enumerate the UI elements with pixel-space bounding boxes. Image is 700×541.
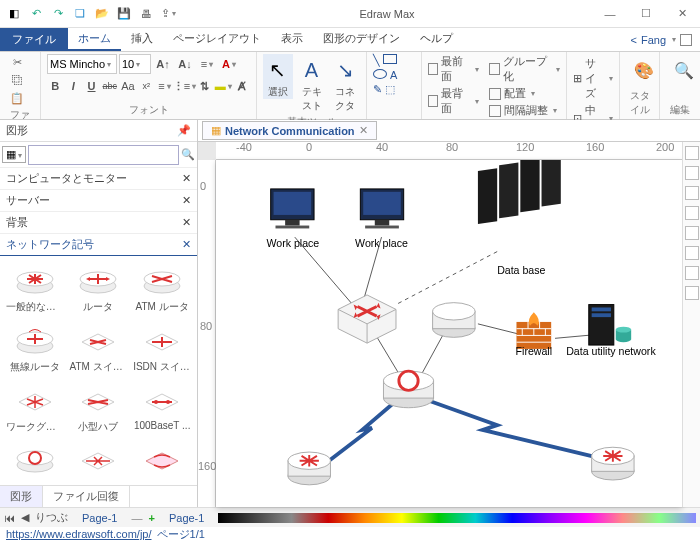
shape-item[interactable]: ATM スイッチ xyxy=(68,320,130,376)
color-palette[interactable] xyxy=(218,513,696,523)
size-button[interactable]: ⊞サイズ▾ xyxy=(573,56,613,101)
align-icon[interactable]: ≡▾ xyxy=(197,55,217,73)
page-tab-1b[interactable]: Page-1 xyxy=(161,512,212,524)
open-icon[interactable]: 📂 xyxy=(92,4,112,24)
font-size-select[interactable]: 10▾ xyxy=(119,54,151,74)
shape-item[interactable]: ISDN スイッチ xyxy=(131,320,193,376)
shape-item[interactable] xyxy=(68,439,130,481)
category-computers[interactable]: コンピュータとモニター✕ xyxy=(0,168,197,190)
vtool-5[interactable] xyxy=(685,226,699,240)
text-tool[interactable]: A テキスト xyxy=(297,54,327,113)
connector-tool[interactable]: ↘ コネクタ xyxy=(330,54,360,113)
group-button[interactable]: グループ化▾ xyxy=(489,54,560,84)
highlight-icon[interactable]: ▬▾ xyxy=(215,77,232,95)
pin-icon[interactable]: 📌 xyxy=(177,124,191,137)
font-name-select[interactable]: MS Mincho▾ xyxy=(47,54,117,74)
strikethrough-button[interactable]: abc xyxy=(102,77,118,95)
file-tab[interactable]: ファイル xyxy=(0,28,68,51)
redo-icon[interactable]: ↷ xyxy=(48,4,68,24)
underline-button[interactable]: U xyxy=(83,77,99,95)
side-tab-recovery[interactable]: ファイル回復 xyxy=(43,486,130,507)
vtool-6[interactable] xyxy=(685,246,699,260)
ellipse-shape-icon[interactable] xyxy=(373,69,387,79)
shape-item[interactable]: ATM ルータ xyxy=(131,260,193,316)
new-icon[interactable]: ❏ xyxy=(70,4,90,24)
search-icon[interactable]: 🔍 xyxy=(181,148,195,161)
side-tab-shapes[interactable]: 図形 xyxy=(0,486,43,507)
vtool-1[interactable] xyxy=(685,146,699,160)
tab-shape-design[interactable]: 図形のデザイン xyxy=(313,28,410,51)
rect-shape-icon[interactable] xyxy=(383,54,397,64)
pencil-shape-icon[interactable]: ✎ xyxy=(373,83,382,96)
page-tab-1a[interactable]: Page-1 xyxy=(74,512,125,524)
shape-item[interactable]: ワークグルー... xyxy=(4,380,66,436)
edit-button[interactable]: 🔍 xyxy=(666,54,700,84)
tab-insert[interactable]: 挿入 xyxy=(121,28,163,51)
save-icon[interactable]: 💾 xyxy=(114,4,134,24)
nav-first-icon[interactable]: ⏮ xyxy=(4,512,15,524)
shape-item[interactable]: 小型ハブ xyxy=(68,380,130,436)
close-icon[interactable]: ✕ xyxy=(182,172,191,185)
category-network[interactable]: ネットワーク記号✕ xyxy=(0,234,197,256)
numbering-icon[interactable]: ⋮≡▾ xyxy=(175,77,195,95)
crop-shape-icon[interactable]: ⬚ xyxy=(385,83,395,96)
category-background[interactable]: 背景✕ xyxy=(0,212,197,234)
tab-page-layout[interactable]: ページレイアウト xyxy=(163,28,271,51)
maximize-button[interactable]: ☐ xyxy=(632,4,660,24)
superscript-button[interactable]: x² xyxy=(138,77,154,95)
close-tab-icon[interactable]: ✕ xyxy=(359,124,368,137)
print-icon[interactable]: 🖶 xyxy=(136,4,156,24)
minimize-button[interactable]: — xyxy=(596,4,624,24)
undo-icon[interactable]: ↶ xyxy=(26,4,46,24)
close-icon[interactable]: ✕ xyxy=(182,238,191,251)
app-icon[interactable]: ◧ xyxy=(4,4,24,24)
font-color-icon[interactable]: A▾ xyxy=(219,55,239,73)
close-icon[interactable]: ✕ xyxy=(182,216,191,229)
close-icon[interactable]: ✕ xyxy=(182,194,191,207)
vtool-4[interactable] xyxy=(685,206,699,220)
style-button[interactable]: 🎨 xyxy=(626,54,662,84)
export-icon[interactable]: ⇪▾ xyxy=(158,4,178,24)
decrease-font-icon[interactable]: A↓ xyxy=(175,55,195,73)
line-shape-icon[interactable]: ╲ xyxy=(373,54,380,67)
increase-font-icon[interactable]: A↑ xyxy=(153,55,173,73)
text-shape-icon[interactable]: A xyxy=(390,69,397,81)
cut-icon[interactable]: ✂ xyxy=(6,54,28,70)
url-link[interactable]: https://www.edrawsoft.com/jp/ xyxy=(6,528,152,540)
close-button[interactable]: ✕ xyxy=(668,4,696,24)
document-tab[interactable]: ▦ Network Communication ✕ xyxy=(202,121,377,140)
spacing-button[interactable]: 間隔調整▾ xyxy=(489,103,560,118)
align-button[interactable]: 配置▾ xyxy=(489,86,560,101)
shape-item[interactable]: ルータ xyxy=(68,260,130,316)
clear-format-icon[interactable]: A̸ xyxy=(234,77,250,95)
shapes-search-input[interactable] xyxy=(28,145,179,165)
copy-icon[interactable]: ⿻ xyxy=(6,72,28,88)
shape-item[interactable]: 100BaseT ... xyxy=(131,380,193,436)
send-back-button[interactable]: 最背面▾ xyxy=(428,86,479,116)
add-page-icon[interactable]: + xyxy=(148,512,154,524)
vtool-7[interactable] xyxy=(685,266,699,280)
drawing-canvas[interactable]: Work place Work place xyxy=(216,160,682,507)
category-servers[interactable]: サーバー✕ xyxy=(0,190,197,212)
paste-icon[interactable]: 📋 xyxy=(6,90,28,106)
vtool-2[interactable] xyxy=(685,166,699,180)
fullscreen-icon[interactable] xyxy=(680,34,692,46)
bold-button[interactable]: B xyxy=(47,77,63,95)
shape-item[interactable] xyxy=(4,439,66,481)
vtool-3[interactable] xyxy=(685,186,699,200)
italic-button[interactable]: I xyxy=(65,77,81,95)
shape-item[interactable] xyxy=(131,439,193,481)
tab-view[interactable]: 表示 xyxy=(271,28,313,51)
shape-item[interactable]: 無線ルータ xyxy=(4,320,66,376)
bullets-icon[interactable]: ≡▾ xyxy=(156,77,172,95)
grid-view-icon[interactable]: ▦▾ xyxy=(2,146,26,163)
line-spacing-icon[interactable]: ⇅ xyxy=(197,77,213,95)
shape-item[interactable]: 一般的なル... xyxy=(4,260,66,316)
case-button[interactable]: Aa xyxy=(120,77,136,95)
share-icon[interactable]: < xyxy=(630,34,636,46)
select-tool[interactable]: ↖ 選択 xyxy=(263,54,293,99)
tab-help[interactable]: ヘルプ xyxy=(410,28,463,51)
bring-front-button[interactable]: 最前面▾ xyxy=(428,54,479,84)
vtool-8[interactable] xyxy=(685,286,699,300)
tab-home[interactable]: ホーム xyxy=(68,28,121,51)
